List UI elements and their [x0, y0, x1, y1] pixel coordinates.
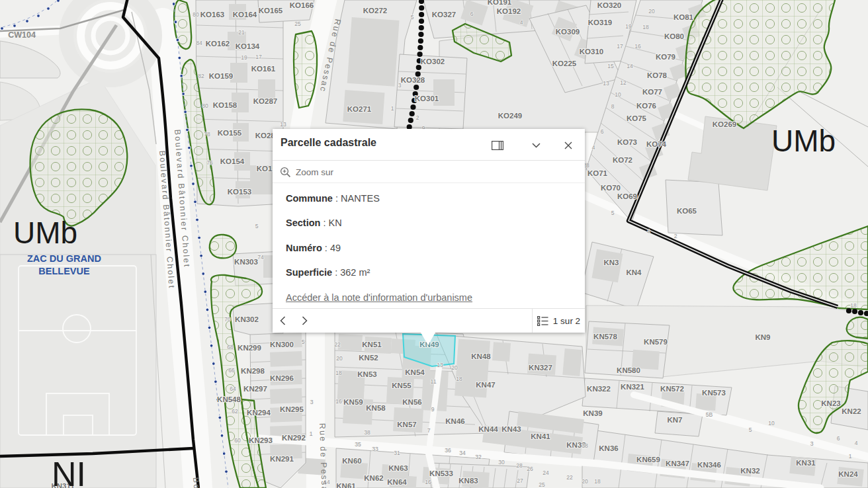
svg-text:KN60: KN60 — [342, 457, 361, 465]
svg-text:KN298: KN298 — [241, 367, 265, 375]
svg-text:18: 18 — [850, 302, 857, 309]
svg-text:9: 9 — [431, 406, 435, 413]
svg-text:70: 70 — [224, 316, 231, 323]
svg-text:5: 5 — [302, 339, 305, 345]
svg-text:20: 20 — [582, 478, 588, 485]
svg-text:KO309: KO309 — [556, 28, 580, 36]
svg-text:KN296: KN296 — [270, 374, 294, 382]
svg-text:30: 30 — [498, 459, 505, 466]
svg-text:KN44: KN44 — [478, 425, 498, 433]
svg-text:KN9: KN9 — [755, 333, 770, 341]
svg-text:KO165: KO165 — [259, 7, 283, 15]
svg-text:KO80: KO80 — [664, 32, 684, 40]
svg-text:18: 18 — [335, 370, 342, 376]
svg-text:KO162: KO162 — [206, 40, 230, 48]
svg-text:KN299: KN299 — [238, 344, 261, 352]
svg-text:11: 11 — [431, 378, 437, 385]
svg-text:2: 2 — [416, 114, 419, 121]
svg-text:28: 28 — [516, 462, 523, 469]
svg-text:13: 13 — [280, 121, 286, 128]
svg-text:KO155: KO155 — [218, 129, 242, 137]
svg-text:KN56: KN56 — [402, 398, 421, 406]
svg-text:4: 4 — [855, 440, 858, 446]
svg-text:KN31: KN31 — [796, 459, 816, 467]
svg-text:20: 20 — [451, 364, 458, 371]
svg-text:KN573: KN573 — [702, 389, 726, 397]
svg-text:8: 8 — [611, 103, 615, 110]
svg-text:KN53: KN53 — [357, 370, 376, 378]
svg-text:NI: NI — [52, 455, 86, 488]
svg-text:KN291: KN291 — [270, 455, 294, 463]
svg-text:17: 17 — [255, 54, 262, 60]
svg-text:KO328: KO328 — [401, 76, 425, 84]
svg-text:KO320: KO320 — [597, 1, 621, 9]
svg-text:62: 62 — [232, 408, 238, 415]
svg-text:KO81: KO81 — [673, 13, 694, 21]
svg-text:KO77: KO77 — [642, 88, 662, 96]
svg-text:KN302: KN302 — [235, 315, 259, 323]
svg-text:16: 16 — [335, 398, 342, 405]
svg-text:10: 10 — [768, 420, 775, 427]
svg-text:KN61: KN61 — [336, 482, 356, 488]
svg-text:KN64: KN64 — [387, 478, 407, 486]
svg-text:21: 21 — [238, 29, 245, 36]
svg-text:UMb: UMb — [13, 216, 77, 250]
svg-text:KO269: KO269 — [713, 120, 736, 128]
svg-text:18: 18 — [642, 24, 649, 30]
svg-text:KN347: KN347 — [666, 460, 689, 468]
svg-text:KO164: KO164 — [233, 11, 257, 19]
svg-text:19: 19 — [241, 54, 247, 61]
svg-text:4: 4 — [520, 19, 523, 26]
svg-text:KN32: KN32 — [740, 467, 760, 475]
svg-text:3: 3 — [810, 440, 814, 447]
svg-text:78: 78 — [204, 131, 210, 138]
svg-text:34: 34 — [459, 450, 466, 456]
svg-text:27: 27 — [517, 477, 523, 484]
svg-text:BELLEVUE: BELLEVUE — [38, 266, 90, 276]
svg-text:13: 13 — [437, 362, 443, 368]
svg-text:KN58: KN58 — [366, 404, 386, 412]
svg-text:KO72: KO72 — [613, 156, 632, 164]
svg-text:82: 82 — [198, 73, 204, 79]
svg-text:4: 4 — [647, 228, 650, 235]
svg-text:UMb: UMb — [771, 124, 836, 158]
svg-text:KO79: KO79 — [656, 53, 675, 61]
svg-text:KN346: KN346 — [697, 461, 721, 469]
svg-text:68: 68 — [227, 344, 234, 350]
svg-text:KN548: KN548 — [217, 395, 241, 403]
svg-text:KN52: KN52 — [359, 354, 378, 362]
svg-text:1: 1 — [391, 105, 394, 112]
svg-text:80: 80 — [193, 11, 199, 18]
svg-text:1: 1 — [310, 430, 313, 437]
svg-text:33: 33 — [372, 446, 378, 452]
svg-text:KO70: KO70 — [601, 184, 621, 192]
svg-text:KO69: KO69 — [617, 192, 637, 200]
svg-text:KN41: KN41 — [531, 432, 550, 440]
svg-text:16: 16 — [425, 479, 431, 485]
svg-text:KN303: KN303 — [234, 258, 258, 266]
svg-text:KN3: KN3 — [603, 259, 619, 266]
svg-text:KN322: KN322 — [587, 385, 611, 393]
svg-text:KO319: KO319 — [588, 19, 612, 26]
svg-text:KN580: KN580 — [617, 366, 640, 374]
svg-text:KN51: KN51 — [362, 341, 382, 348]
svg-text:1: 1 — [849, 453, 852, 460]
svg-text:KO192: KO192 — [497, 7, 521, 15]
svg-text:KN24: KN24 — [838, 470, 858, 478]
svg-text:KN533: KN533 — [429, 469, 453, 477]
svg-text:KO75: KO75 — [627, 114, 647, 122]
svg-text:20: 20 — [648, 8, 655, 15]
svg-text:KO78: KO78 — [647, 71, 668, 79]
svg-text:12: 12 — [620, 79, 627, 86]
svg-text:KO71: KO71 — [587, 169, 608, 177]
svg-text:18: 18 — [594, 478, 601, 485]
svg-text:7: 7 — [427, 427, 431, 434]
svg-text:KN83: KN83 — [458, 477, 478, 485]
svg-text:KN579: KN579 — [644, 338, 668, 346]
svg-text:KO74: KO74 — [646, 140, 667, 148]
svg-text:KO134: KO134 — [236, 42, 260, 50]
svg-text:KN55: KN55 — [392, 382, 412, 389]
svg-text:5: 5 — [255, 223, 259, 229]
svg-text:KO249: KO249 — [498, 112, 522, 120]
svg-text:KO191: KO191 — [488, 0, 512, 6]
